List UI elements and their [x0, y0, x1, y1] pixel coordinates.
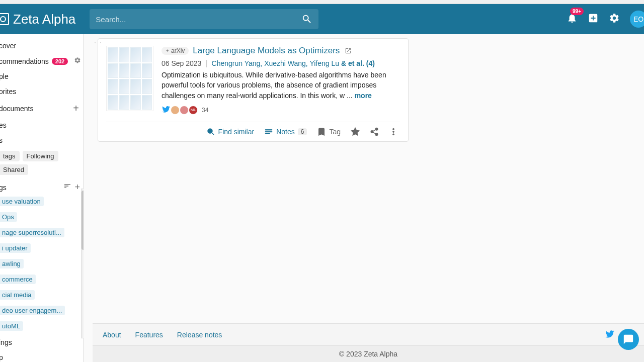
footer-about[interactable]: About [103, 331, 121, 339]
copyright: © 2023 Zeta Alpha [93, 345, 644, 362]
nav-favorites[interactable]: orites [0, 84, 83, 99]
avatar-icon: ML [189, 106, 198, 115]
tab-shared[interactable]: Shared [0, 164, 28, 175]
sort-icon[interactable] [63, 182, 71, 193]
find-similar-button[interactable]: Find similar [206, 127, 255, 136]
avatar-icon [180, 106, 189, 115]
twitter-icon[interactable] [162, 105, 171, 116]
tags-header: gs + [0, 178, 83, 195]
plus-box-icon [588, 13, 599, 24]
social-row: ML 34 [162, 105, 400, 116]
bookmark-icon [317, 127, 326, 136]
avatar-initials: EO [633, 15, 643, 23]
external-link-icon[interactable] [345, 47, 352, 54]
footer-release-notes[interactable]: Release notes [177, 331, 222, 339]
share-icon [370, 127, 379, 136]
nav-documents[interactable]: documents + [0, 99, 83, 118]
svg-point-3 [375, 133, 378, 136]
nav-recommendations[interactable]: commendations 202 [0, 53, 83, 69]
tag-item[interactable]: Ops [0, 212, 17, 222]
header-actions: 99+ EO [567, 11, 640, 28]
tag-item[interactable]: nage superresoluti... [0, 228, 64, 237]
tag-item[interactable]: utoML [0, 321, 23, 331]
chat-fab[interactable] [618, 329, 639, 350]
tag-item[interactable]: cial media [0, 290, 35, 300]
tag-item[interactable]: commerce [0, 275, 36, 284]
browser-chrome [0, 0, 644, 4]
star-icon [351, 127, 360, 136]
tag-list: use valuation Ops nage superresoluti... … [0, 195, 83, 335]
notifications-button[interactable]: 99+ [567, 13, 578, 26]
nav-help[interactable]: p [0, 350, 83, 362]
paper-date: 06 Sep 2023 [162, 59, 201, 67]
source-chip[interactable]: arXiv [162, 47, 189, 55]
drag-handle-icon[interactable]: ⋮⋮ [93, 41, 104, 47]
more-actions-button[interactable] [389, 127, 398, 136]
sidebar: cover commendations 202 ple orites docum… [0, 34, 84, 362]
plus-icon[interactable]: + [73, 103, 79, 114]
tag-item[interactable]: awling [0, 259, 24, 268]
tab-my-tags[interactable]: tags [0, 151, 20, 161]
user-avatar[interactable]: EO [630, 11, 644, 28]
tag-button[interactable]: Tag [317, 127, 341, 136]
notes-icon [264, 127, 273, 136]
svg-point-5 [393, 131, 394, 132]
twitter-icon[interactable] [605, 329, 615, 340]
svg-point-2 [371, 131, 373, 133]
result-card: arXiv Large Language Models as Optimizer… [98, 38, 409, 142]
nav-discover[interactable]: cover [0, 38, 83, 53]
share-button[interactable] [370, 127, 379, 136]
notes-count: 6 [298, 128, 307, 135]
paper-title[interactable]: Large Language Models as Optimizers [193, 46, 340, 56]
tag-item[interactable]: deo user engagem... [0, 306, 65, 315]
plus-icon[interactable]: + [74, 182, 80, 193]
notification-badge: 99+ [570, 8, 584, 15]
chat-icon [623, 334, 634, 345]
card-actions: Find similar Notes 6 Tag [106, 122, 400, 141]
recommendations-badge: 202 [52, 58, 68, 65]
sidebar-tabs: tags Following Shared [0, 148, 83, 178]
search-icon[interactable] [301, 14, 312, 25]
app-header: Zeta Alpha 99+ EO [0, 4, 644, 34]
nav-people[interactable]: ple [0, 69, 83, 84]
paper-thumbnail[interactable] [106, 46, 153, 111]
brand-logo-icon [0, 13, 9, 25]
nav-settings[interactable]: ings [0, 335, 83, 350]
gear-icon[interactable] [74, 57, 81, 65]
nav-item[interactable]: es [0, 118, 83, 133]
search-similar-icon [206, 127, 215, 136]
notes-button[interactable]: Notes 6 [264, 127, 307, 136]
paper-authors[interactable]: Chengrun Yang, Xuezhi Wang, Yifeng Lu & … [212, 59, 375, 67]
kebab-icon [389, 127, 398, 136]
svg-point-1 [375, 128, 378, 130]
footer: About Features Release notes © 2023 Zeta… [93, 323, 644, 362]
star-button[interactable] [351, 127, 360, 136]
more-link[interactable]: more [355, 92, 372, 100]
tag-item[interactable]: i updater [0, 243, 31, 253]
paper-abstract: Optimization is ubiquitous. While deriva… [162, 70, 400, 101]
svg-point-4 [393, 128, 394, 130]
nav-item[interactable]: s [0, 133, 83, 148]
avatar-icon [171, 106, 180, 115]
main-content: ⋮⋮ arXiv Large Language Models as Optimi… [84, 34, 644, 362]
brand[interactable]: Zeta Alpha [0, 12, 75, 27]
search-input[interactable] [96, 15, 301, 24]
tab-following[interactable]: Following [23, 151, 58, 161]
svg-point-6 [393, 134, 394, 135]
gear-icon [609, 13, 620, 24]
add-button[interactable] [588, 13, 599, 26]
settings-button[interactable] [609, 13, 620, 26]
tag-item[interactable]: use valuation [0, 197, 44, 206]
social-count: 34 [202, 107, 208, 114]
sidebar-nav: cover commendations 202 ple orites docum… [0, 34, 83, 148]
footer-features[interactable]: Features [135, 331, 163, 339]
search-bar[interactable] [90, 9, 318, 29]
brand-name: Zeta Alpha [13, 12, 75, 27]
etal: & et al. (4) [341, 59, 375, 67]
